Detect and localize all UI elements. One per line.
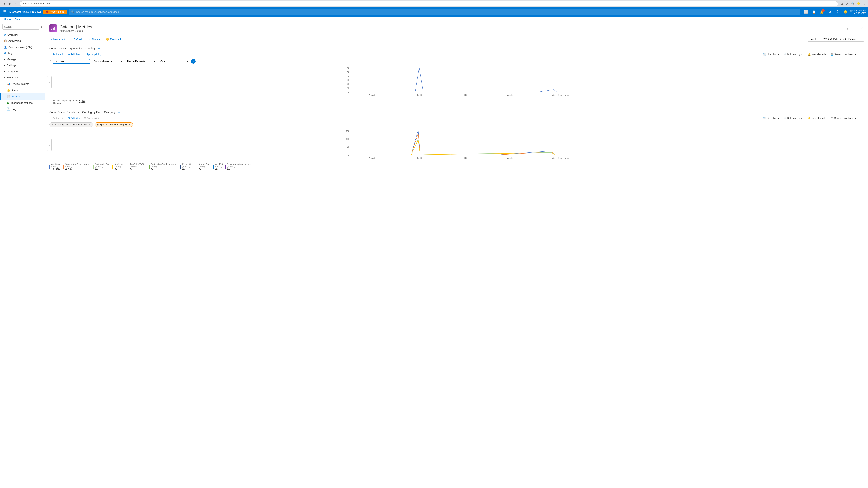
svg-text:Sat 05: Sat 05 bbox=[462, 157, 468, 159]
svg-text:UTC-07:00: UTC-07:00 bbox=[560, 157, 569, 159]
browser-refresh-button[interactable]: ↻ bbox=[14, 1, 18, 6]
chart2-new-alert-button[interactable]: 🔔 New alert rule bbox=[807, 116, 827, 120]
svg-text:4: 4 bbox=[348, 75, 349, 77]
notifications-icon[interactable]: 🔔 1 bbox=[818, 8, 826, 15]
favorites-icon[interactable]: ⭐ bbox=[856, 1, 861, 6]
chart1-title: Count Device Requests for Catalog ✏ bbox=[49, 47, 864, 50]
chart2-edit-icon[interactable]: ✏ bbox=[118, 111, 121, 114]
chart2-add-metric-icon: + bbox=[51, 117, 52, 120]
sidebar-item-device-insights[interactable]: 📊 Device insights bbox=[0, 80, 45, 87]
chart2-title-resource: Catalog by Event Category bbox=[82, 110, 115, 114]
content-area: Catalog | Metrics Azure Sphere Catalog ☆… bbox=[45, 22, 868, 488]
browser-more-icon[interactable]: … bbox=[862, 1, 866, 6]
drill-logs-button[interactable]: 📄 Drill into Logs ▾ bbox=[782, 53, 805, 56]
chart2-drill-logs-button[interactable]: 📄 Drill into Logs ▾ bbox=[782, 116, 805, 120]
time-range-button[interactable]: Local Time: 7/31 2:45 PM - 8/9 2:45 PM (… bbox=[808, 37, 864, 42]
sidebar-item-settings[interactable]: ▶ Settings bbox=[0, 62, 45, 68]
add-filter-button[interactable]: ⊞ Add filter bbox=[67, 53, 81, 56]
chart2-metric-pill-remove[interactable]: ✕ bbox=[89, 123, 91, 126]
apply-splitting-button[interactable]: ⊠ Apply splitting bbox=[83, 53, 102, 56]
help-icon[interactable]: ? bbox=[834, 8, 841, 15]
legend-item-sysappcrash-gateway: SystemAppCrash gateway... Catalog 6k bbox=[149, 163, 178, 171]
chart2-add-filter-icon: ⊞ bbox=[68, 117, 70, 120]
add-metric-button[interactable]: + Add metric bbox=[49, 53, 65, 56]
chart2-actions: 📉 Line chart ▾ 📄 Drill into Logs ▾ 🔔 New… bbox=[762, 116, 864, 120]
sidebar-item-manage[interactable]: ▶ Manage bbox=[0, 56, 45, 62]
breadcrumb-current[interactable]: Catalog bbox=[14, 18, 23, 21]
chart2-save-dashboard-button[interactable]: 💾 Save to dashboard ▾ bbox=[829, 116, 857, 120]
chart2-add-metric-button[interactable]: + Add metric bbox=[49, 116, 65, 120]
drill-logs-icon: 📄 bbox=[783, 53, 786, 56]
refresh-button[interactable]: ↻ Refresh bbox=[69, 37, 84, 42]
chart1-svg: 6k 5k 4 3k 2k 1k 0 August Thu 03 Sat 05 … bbox=[49, 66, 864, 98]
sidebar-label-tags: Tags bbox=[8, 52, 13, 55]
chart2-split-pill-remove[interactable]: ✕ bbox=[128, 123, 131, 126]
chart2-line-chart-button[interactable]: 📉 Line chart ▾ bbox=[762, 116, 780, 120]
svg-text:15k: 15k bbox=[346, 130, 349, 132]
close-button[interactable]: ✕ bbox=[860, 26, 864, 31]
sidebar-item-logs[interactable]: 📄 Logs bbox=[0, 106, 45, 112]
more-options-button[interactable]: … bbox=[853, 26, 858, 31]
metric-confirm-button[interactable]: ✓ bbox=[191, 59, 196, 64]
chart1-title-prefix: Count Device Requests for bbox=[49, 47, 82, 50]
manage-expand-icon: ▶ bbox=[4, 58, 5, 60]
sidebar-collapse-button[interactable]: « bbox=[40, 25, 43, 29]
chart1-legend-item: Device Requests (Count) Catalog 7.36k bbox=[49, 99, 86, 104]
chart2-nav-left-button[interactable]: ‹ bbox=[47, 139, 52, 151]
sidebar-item-alerts[interactable]: 🔔 Alerts bbox=[0, 87, 45, 93]
browser-back-button[interactable]: ◀ bbox=[2, 1, 6, 6]
new-chart-button[interactable]: + New chart bbox=[49, 37, 66, 42]
aggregation-select[interactable]: Count bbox=[158, 59, 189, 64]
hamburger-menu-button[interactable]: ☰ bbox=[2, 9, 7, 15]
chart1-edit-icon[interactable]: ✏ bbox=[98, 47, 100, 50]
sidebar-item-diagnostic-settings[interactable]: ⚙ Diagnostic settings bbox=[0, 100, 45, 106]
chart2-metric-pill: ⠿ _Catalog. Device Events, Count ✕ bbox=[49, 123, 93, 127]
chart1-actions: 📉 Line chart ▾ 📄 Drill into Logs ▾ 🔔 New… bbox=[762, 53, 864, 56]
line-chart-button[interactable]: 📉 Line chart ▾ bbox=[762, 53, 780, 56]
integration-expand-icon: ▶ bbox=[4, 70, 5, 72]
directory-subscription-icon[interactable]: 📋 bbox=[810, 8, 817, 15]
browser-search-icon[interactable]: 🔍 bbox=[850, 1, 855, 6]
sidebar-item-overview[interactable]: ⊙ Overview bbox=[0, 32, 45, 38]
sidebar-search-input[interactable] bbox=[2, 24, 39, 30]
azure-search-bar[interactable]: 🔍 Search resources, services, and docs (… bbox=[69, 9, 800, 15]
chart2-apply-splitting-button[interactable]: ⊠ Apply splitting bbox=[83, 116, 102, 120]
share-button[interactable]: ↗ Share ▾ bbox=[87, 37, 102, 42]
cloud-shell-icon[interactable]: ⬜ bbox=[803, 8, 810, 15]
chart1-more-button[interactable]: … bbox=[859, 53, 864, 56]
user-account-info[interactable]: @microsoft.com MICROSOFT bbox=[850, 9, 866, 14]
chart1-title-resource: Catalog bbox=[86, 47, 95, 50]
svg-rect-1 bbox=[53, 28, 54, 30]
sidebar-item-access-control[interactable]: 👤 Access control (IAM) bbox=[0, 44, 45, 50]
svg-text:Sat 05: Sat 05 bbox=[462, 94, 468, 96]
save-dashboard-button[interactable]: 💾 Save to dashboard ▾ bbox=[829, 53, 857, 56]
feedback-button[interactable]: 😊 Feedback ▾ bbox=[104, 37, 125, 42]
immersive-reader-icon[interactable]: A bbox=[845, 1, 849, 6]
sidebar-item-integration[interactable]: ▶ Integration bbox=[0, 68, 45, 74]
metric-select[interactable]: Device Requests bbox=[125, 59, 156, 64]
sidebar-item-activity-log[interactable]: 📋 Activity log bbox=[0, 38, 45, 44]
sidebar-item-monitoring[interactable]: ▼ Monitoring bbox=[0, 74, 45, 80]
chart1-legend: Device Requests (Count) Catalog 7.36k bbox=[49, 99, 864, 104]
chart2-add-filter-button[interactable]: ⊞ Add filter bbox=[67, 116, 81, 120]
svg-text:Thu 03: Thu 03 bbox=[416, 94, 422, 96]
breadcrumb-home[interactable]: Home bbox=[4, 18, 11, 21]
sidebar-item-metrics[interactable]: 📈 Metrics bbox=[0, 93, 45, 100]
settings-icon[interactable]: ⚙ bbox=[826, 8, 833, 15]
svg-text:August: August bbox=[369, 157, 375, 159]
breadcrumb: Home > Catalog bbox=[0, 17, 868, 22]
chart1-nav-right-button[interactable]: › bbox=[862, 76, 866, 88]
new-alert-rule-button[interactable]: 🔔 New alert rule bbox=[807, 53, 827, 56]
chart2-more-button[interactable]: … bbox=[859, 116, 864, 120]
report-bug-button[interactable]: 🐞 Report a bug bbox=[43, 10, 67, 14]
scope-input[interactable] bbox=[53, 59, 90, 64]
favorite-button[interactable]: ☆ bbox=[846, 26, 850, 31]
sidebar-item-tags[interactable]: 🏷 Tags bbox=[0, 50, 45, 56]
feedback-nav-icon[interactable]: 😊 bbox=[842, 8, 849, 15]
browser-forward-button[interactable]: ▶ bbox=[8, 1, 12, 6]
chart2-nav-right-button[interactable]: › bbox=[862, 139, 866, 151]
namespace-select[interactable]: Standard metrics bbox=[92, 59, 123, 64]
chart1-nav-left-button[interactable]: ‹ bbox=[47, 76, 52, 88]
browser-address-bar[interactable]: https://ms.portal.azure.com/ bbox=[20, 1, 838, 6]
extensions-icon[interactable]: ⊞ bbox=[840, 1, 844, 6]
